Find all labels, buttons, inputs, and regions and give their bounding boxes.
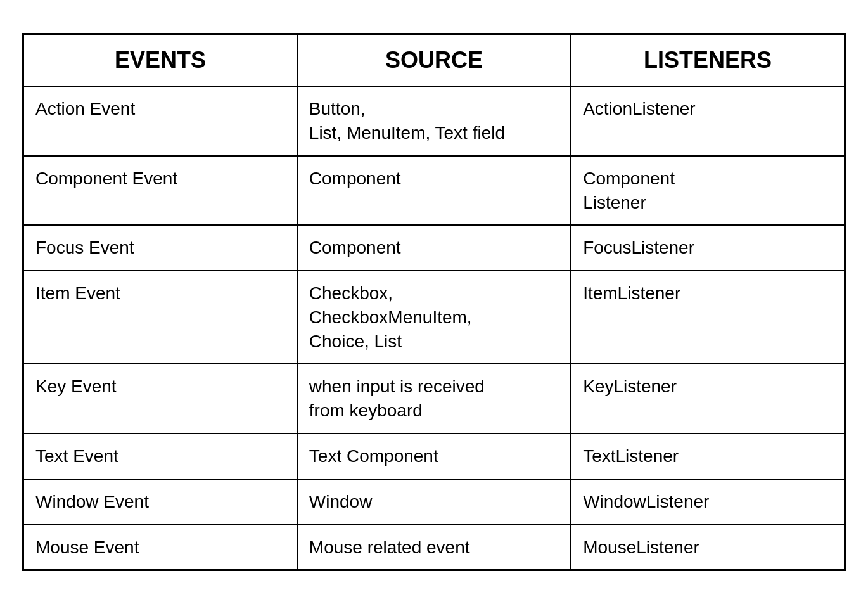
source-cell: Checkbox, CheckboxMenuItem,Choice, List [297, 271, 571, 364]
table-row: Text EventText ComponentTextListener [23, 434, 845, 479]
event-cell: Component Event [23, 156, 297, 226]
table-row: Item EventCheckbox, CheckboxMenuItem,Cho… [23, 271, 845, 364]
listener-cell: ActionListener [571, 86, 845, 156]
listener-cell: ComponentListener [571, 156, 845, 226]
listener-cell: FocusListener [571, 225, 845, 271]
table-row: Window EventWindowWindowListener [23, 479, 845, 525]
listener-cell: WindowListener [571, 479, 845, 525]
source-cell: Component [297, 156, 571, 226]
table-row: Focus EventComponentFocusListener [23, 225, 845, 271]
event-cell: Focus Event [23, 225, 297, 271]
listener-cell: KeyListener [571, 364, 845, 434]
event-cell: Window Event [23, 479, 297, 525]
source-cell: Mouse related event [297, 525, 571, 570]
main-container: EVENTS SOURCE LISTENERS Action EventButt… [22, 33, 846, 572]
event-cell: Mouse Event [23, 525, 297, 570]
source-cell: Component [297, 225, 571, 271]
header-row: EVENTS SOURCE LISTENERS [23, 34, 845, 86]
listener-cell: TextListener [571, 434, 845, 479]
header-events: EVENTS [23, 34, 297, 86]
events-table: EVENTS SOURCE LISTENERS Action EventButt… [22, 33, 846, 572]
event-cell: Text Event [23, 434, 297, 479]
event-cell: Key Event [23, 364, 297, 434]
header-source: SOURCE [297, 34, 571, 86]
header-listeners: LISTENERS [571, 34, 845, 86]
table-row: Mouse EventMouse related eventMouseListe… [23, 525, 845, 570]
event-cell: Item Event [23, 271, 297, 364]
source-cell: Text Component [297, 434, 571, 479]
event-cell: Action Event [23, 86, 297, 156]
source-cell: Window [297, 479, 571, 525]
listener-cell: ItemListener [571, 271, 845, 364]
listener-cell: MouseListener [571, 525, 845, 570]
table-row: Component EventComponentComponentListene… [23, 156, 845, 226]
table-row: Key Eventwhen input is receivedfrom keyb… [23, 364, 845, 434]
table-row: Action EventButton,List, MenuItem, Text … [23, 86, 845, 156]
source-cell: when input is receivedfrom keyboard [297, 364, 571, 434]
source-cell: Button,List, MenuItem, Text field [297, 86, 571, 156]
